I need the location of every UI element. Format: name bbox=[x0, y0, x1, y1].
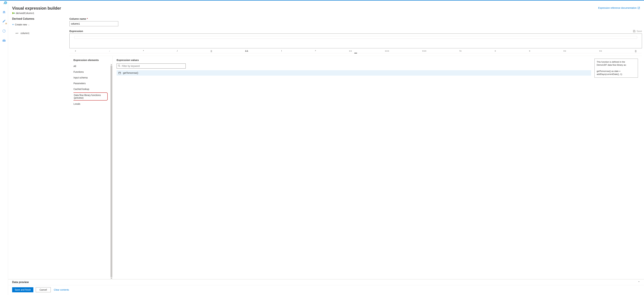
op-or[interactable]: || bbox=[209, 49, 214, 52]
expression-elements-pane: Expression elements All Functions Input … bbox=[70, 56, 112, 279]
op-mult[interactable]: * bbox=[142, 49, 146, 52]
author-badge: 2 bbox=[5, 23, 7, 24]
expression-values-pane: Expression values bbox=[116, 59, 591, 279]
svg-point-5 bbox=[118, 65, 120, 66]
info-icon[interactable]: i bbox=[4, 1, 7, 4]
data-preview-label: Data preview bbox=[12, 281, 29, 284]
derived-columns-panel: Derived Columns + Create new ⌄ ANY colum… bbox=[8, 16, 66, 279]
svg-rect-1 bbox=[12, 12, 13, 14]
element-category-parameters[interactable]: Parameters bbox=[74, 81, 110, 86]
author-icon[interactable]: 2 bbox=[1, 19, 7, 24]
operator-toolbar: + - * / || && ! ^ == === <=> != > < >= <… bbox=[70, 48, 642, 53]
op-not[interactable]: ! bbox=[280, 49, 284, 52]
element-category-locals[interactable]: Locals bbox=[74, 101, 110, 106]
element-category-all[interactable]: All bbox=[74, 64, 110, 68]
reference-docs-link[interactable]: Expression reference documentation bbox=[598, 6, 640, 9]
manage-icon[interactable] bbox=[1, 38, 7, 43]
op-plus[interactable]: + bbox=[74, 49, 78, 52]
element-category-functions[interactable]: Functions bbox=[74, 69, 110, 74]
chevron-up-icon[interactable]: ⌃ bbox=[638, 281, 640, 284]
element-category-library-functions[interactable]: Data flow library functions (preview) bbox=[74, 92, 108, 100]
op-nullsafe[interactable]: <=> bbox=[421, 49, 428, 52]
op-eqstrict[interactable]: === bbox=[384, 49, 390, 52]
expression-values-title: Expression values bbox=[116, 59, 591, 61]
page-title: Visual expression builder bbox=[12, 6, 61, 10]
op-div[interactable]: / bbox=[176, 49, 179, 52]
clear-contents-button[interactable]: Clear contents bbox=[53, 288, 70, 292]
transformation-name: derivedColumn1 bbox=[16, 12, 34, 14]
save-icon bbox=[633, 30, 636, 32]
header: Visual expression builder derivedColumn1… bbox=[8, 0, 644, 16]
column-name: column1 bbox=[20, 32, 30, 34]
op-index[interactable]: [] bbox=[634, 49, 638, 52]
value-item-label: getTomorrow() bbox=[123, 71, 138, 74]
op-eq[interactable]: == bbox=[348, 49, 353, 52]
element-category-input-schema[interactable]: Input schema bbox=[74, 75, 110, 80]
footer: Save and finish Cancel Clear contents bbox=[8, 285, 644, 295]
cancel-button[interactable]: Cancel bbox=[36, 287, 51, 292]
op-lt[interactable]: < bbox=[528, 49, 532, 52]
op-minus[interactable]: - bbox=[108, 49, 112, 52]
svg-rect-4 bbox=[14, 13, 15, 14]
svg-rect-2 bbox=[14, 13, 14, 14]
scroll-down-icon[interactable]: ▼ bbox=[110, 277, 112, 279]
column-name-input[interactable] bbox=[70, 21, 118, 26]
derived-column-icon bbox=[12, 12, 15, 14]
derived-columns-title: Derived Columns bbox=[12, 17, 61, 20]
required-indicator: * bbox=[87, 17, 88, 20]
svg-rect-6 bbox=[118, 72, 121, 74]
search-icon bbox=[118, 65, 120, 67]
expression-label: Expression bbox=[70, 30, 83, 32]
column-name-label: Column name * bbox=[70, 17, 642, 20]
element-category-cached-lookup[interactable]: Cached lookup bbox=[74, 87, 110, 91]
function-description-tooltip: This function is defined in the DemoUDF … bbox=[594, 59, 638, 78]
column-list-item[interactable]: ANY column1 bbox=[12, 31, 61, 35]
data-preview-bar[interactable]: Data preview ⌃ bbox=[8, 279, 644, 285]
op-and[interactable]: && bbox=[244, 49, 250, 52]
op-lte[interactable]: <= bbox=[598, 49, 604, 52]
monitor-icon[interactable] bbox=[1, 28, 7, 34]
left-nav-rail: » 2 bbox=[0, 0, 8, 295]
plus-icon: + bbox=[12, 23, 14, 26]
save-expression-button[interactable]: Save bbox=[633, 30, 642, 32]
op-neq[interactable]: != bbox=[458, 49, 463, 52]
elements-scrollbar[interactable]: ▲ ▼ bbox=[110, 64, 112, 279]
expression-elements-title: Expression elements bbox=[74, 59, 112, 61]
value-item-gettomorrow[interactable]: getTomorrow() bbox=[116, 70, 591, 76]
expression-editor[interactable] bbox=[70, 33, 642, 48]
function-icon bbox=[118, 71, 121, 74]
create-new-button[interactable]: + Create new ⌄ bbox=[12, 23, 30, 26]
filter-input[interactable] bbox=[116, 63, 186, 68]
op-xor[interactable]: ^ bbox=[314, 49, 318, 52]
home-icon[interactable] bbox=[1, 9, 7, 15]
scroll-up-icon[interactable]: ▲ bbox=[110, 64, 112, 66]
chevron-down-icon: ⌄ bbox=[28, 23, 30, 26]
op-gt[interactable]: > bbox=[493, 49, 498, 52]
transformation-breadcrumb: derivedColumn1 bbox=[12, 12, 61, 14]
column-type-badge: ANY bbox=[16, 32, 18, 34]
op-gte[interactable]: >= bbox=[562, 49, 568, 52]
save-and-finish-button[interactable]: Save and finish bbox=[12, 287, 33, 292]
external-link-icon bbox=[638, 7, 640, 9]
svg-rect-3 bbox=[14, 13, 14, 14]
scroll-thumb[interactable] bbox=[110, 66, 112, 277]
